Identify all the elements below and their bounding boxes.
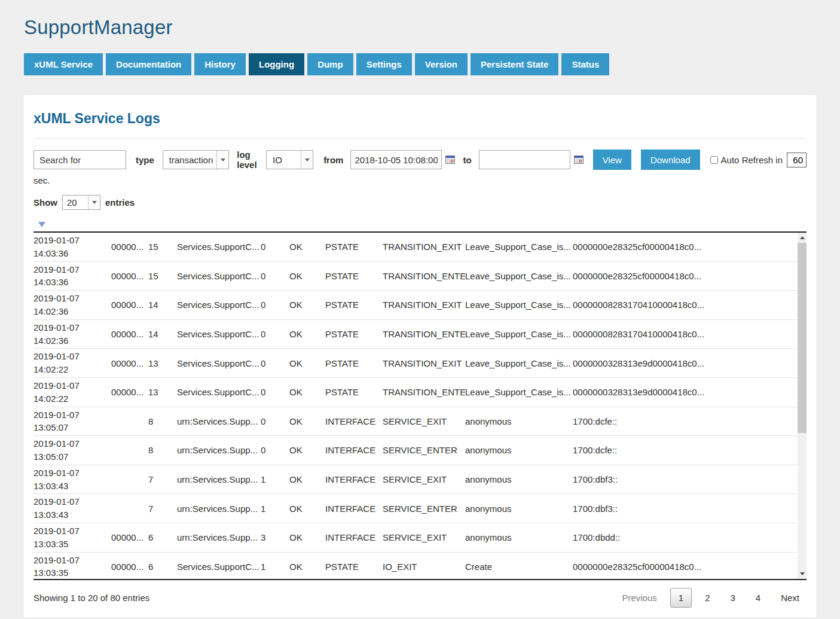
row-context: urn:Services.Supp... — [177, 416, 261, 426]
calendar-icon[interactable] — [445, 155, 455, 164]
tab-settings[interactable]: Settings — [356, 53, 412, 75]
type-label: type — [136, 155, 154, 165]
row-event: SERVICE_EXIT — [383, 474, 465, 484]
row-seq: 13 — [148, 387, 177, 397]
view-button[interactable]: View — [593, 150, 631, 170]
next-page-button[interactable]: Next — [774, 588, 807, 608]
page-3-button[interactable]: 3 — [723, 588, 742, 608]
row-code: 0 — [261, 329, 289, 339]
tab-dump[interactable]: Dump — [307, 53, 353, 75]
row-session: 00000... — [111, 329, 148, 339]
row-timestamp: 2019-01-07 13:03:43 — [33, 495, 111, 522]
log-table-body: 2019-01-07 14:03:36 00000... 15 Services… — [33, 233, 798, 580]
tab-history[interactable]: History — [194, 53, 246, 75]
row-seq: 15 — [148, 271, 177, 281]
from-date-input[interactable] — [350, 150, 442, 169]
calendar-icon[interactable] — [574, 155, 584, 164]
refresh-seconds-input[interactable] — [787, 153, 807, 167]
table-row[interactable]: 2019-01-07 13:03:43 7 urn:Services.Supp.… — [33, 494, 798, 523]
showing-entries: Showing 1 to 20 of 80 entries — [33, 593, 149, 603]
page-2-button[interactable]: 2 — [698, 588, 717, 608]
sort-desc-icon[interactable] — [38, 222, 45, 227]
row-code: 0 — [261, 300, 289, 310]
table-row[interactable]: 2019-01-07 14:03:36 00000... 15 Services… — [33, 233, 798, 262]
row-context: Services.SupportC... — [177, 300, 261, 310]
sec-label: sec. — [33, 175, 807, 185]
row-context: Services.SupportC... — [177, 562, 261, 572]
table-row[interactable]: 2019-01-07 13:03:43 7 urn:Services.Supp.… — [33, 465, 798, 495]
row-category: PSTATE — [325, 562, 383, 572]
row-session: 00000... — [111, 300, 148, 310]
row-context: Services.SupportC... — [177, 242, 261, 252]
row-id: 1700:dcfe:: — [573, 416, 798, 426]
table-row[interactable]: 2019-01-07 14:02:36 00000... 14 Services… — [33, 320, 798, 349]
row-code: 0 — [261, 271, 289, 281]
row-id: 1700:dbf3:: — [573, 504, 798, 514]
row-seq: 14 — [148, 300, 177, 310]
page-1-button[interactable]: 1 — [670, 588, 692, 608]
row-date: 2019-01-07 — [33, 466, 106, 480]
scroll-down-icon[interactable] — [798, 569, 807, 579]
row-date: 2019-01-07 — [33, 379, 106, 392]
pagination: Previous 1 2 3 4 Next — [615, 588, 807, 608]
row-timestamp: 2019-01-07 14:02:36 — [33, 321, 111, 347]
row-timestamp: 2019-01-07 13:05:07 — [33, 408, 111, 435]
table-row[interactable]: 2019-01-07 13:05:07 8 urn:Services.Supp.… — [33, 407, 798, 437]
to-label: to — [463, 155, 471, 165]
row-context: Services.SupportC... — [177, 271, 261, 281]
row-detail: Leave_Support_Case_is... — [465, 271, 573, 281]
row-seq: 8 — [148, 416, 177, 426]
row-seq: 15 — [148, 242, 177, 252]
tab-version[interactable]: Version — [415, 53, 468, 75]
to-date-input[interactable] — [479, 150, 570, 169]
tab-documentation[interactable]: Documentation — [106, 53, 191, 75]
tab-bar: xUML Service Documentation History Loggi… — [24, 53, 816, 75]
table-row[interactable]: 2019-01-07 14:02:22 00000... 13 Services… — [33, 349, 798, 378]
table-row[interactable]: 2019-01-07 13:03:35 00000... 6 urn:Servi… — [33, 523, 798, 553]
row-context: Services.SupportC... — [177, 358, 261, 368]
row-code: 1 — [261, 474, 289, 484]
app-title: SupportManager — [24, 16, 816, 39]
row-context: urn:Services.Supp... — [177, 532, 261, 542]
row-category: PSTATE — [325, 271, 383, 281]
auto-refresh-checkbox[interactable] — [710, 156, 718, 164]
table-row[interactable]: 2019-01-07 14:03:36 00000... 15 Services… — [33, 262, 798, 291]
row-event: SERVICE_ENTER — [383, 504, 465, 514]
row-timestamp: 2019-01-07 13:03:35 — [33, 525, 111, 551]
row-category: INTERFACE — [325, 416, 383, 426]
search-input[interactable] — [33, 150, 126, 169]
scrollbar-thumb[interactable] — [798, 243, 807, 433]
page-4-button[interactable]: 4 — [749, 588, 768, 608]
table-row[interactable]: 2019-01-07 14:02:22 00000... 13 Services… — [33, 378, 798, 407]
row-status: OK — [289, 445, 325, 455]
panel-title: xUML Service Logs — [33, 111, 807, 127]
row-id: 1700:dcfe:: — [573, 445, 798, 455]
row-detail: Leave_Support_Case_is... — [465, 358, 573, 368]
auto-refresh-group: Auto Refresh in — [710, 153, 807, 167]
row-detail: Leave_Support_Case_is... — [465, 387, 573, 397]
row-category: PSTATE — [325, 242, 383, 252]
row-context: Services.SupportC... — [177, 329, 261, 339]
table-scrollbar[interactable] — [798, 233, 807, 579]
table-row[interactable]: 2019-01-07 13:03:35 00000... 6 Services.… — [33, 553, 798, 580]
row-timestamp: 2019-01-07 13:05:07 — [33, 437, 111, 464]
previous-page-button[interactable]: Previous — [615, 588, 664, 608]
row-code: 0 — [261, 242, 289, 252]
tab-xuml-service[interactable]: xUML Service — [24, 53, 103, 75]
table-row[interactable]: 2019-01-07 13:05:07 8 urn:Services.Supp.… — [33, 436, 798, 465]
page-size-select[interactable]: 20 — [62, 195, 100, 210]
tab-logging[interactable]: Logging — [249, 53, 304, 75]
log-level-select[interactable]: IO — [266, 150, 313, 169]
tab-status[interactable]: Status — [561, 53, 609, 75]
row-event: SERVICE_EXIT — [383, 416, 465, 426]
type-select[interactable]: transaction — [163, 150, 229, 169]
row-timestamp: 2019-01-07 14:03:36 — [33, 263, 111, 289]
row-detail: anonymous — [465, 474, 573, 484]
download-button[interactable]: Download — [641, 150, 700, 170]
row-date: 2019-01-07 — [33, 321, 106, 334]
table-row[interactable]: 2019-01-07 14:02:36 00000... 14 Services… — [33, 291, 798, 320]
row-code: 1 — [261, 562, 289, 572]
scroll-up-icon[interactable] — [798, 233, 807, 243]
tab-persistent-state[interactable]: Persistent State — [471, 53, 558, 75]
from-label: from — [323, 155, 343, 165]
